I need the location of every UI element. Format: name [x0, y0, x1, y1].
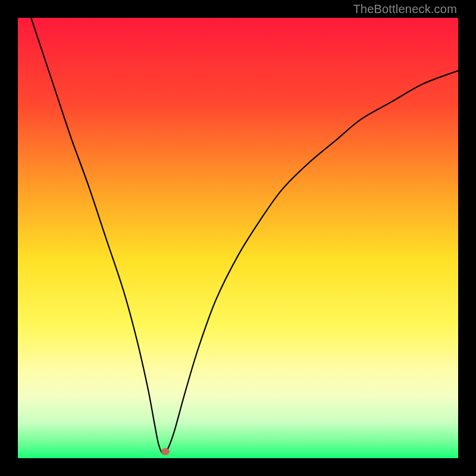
chart-frame: TheBottleneck.com	[0, 0, 476, 476]
attribution-text: TheBottleneck.com	[353, 2, 457, 16]
plot-area	[18, 18, 458, 458]
bottleneck-curve	[18, 18, 458, 458]
optimal-point-marker	[161, 448, 170, 455]
